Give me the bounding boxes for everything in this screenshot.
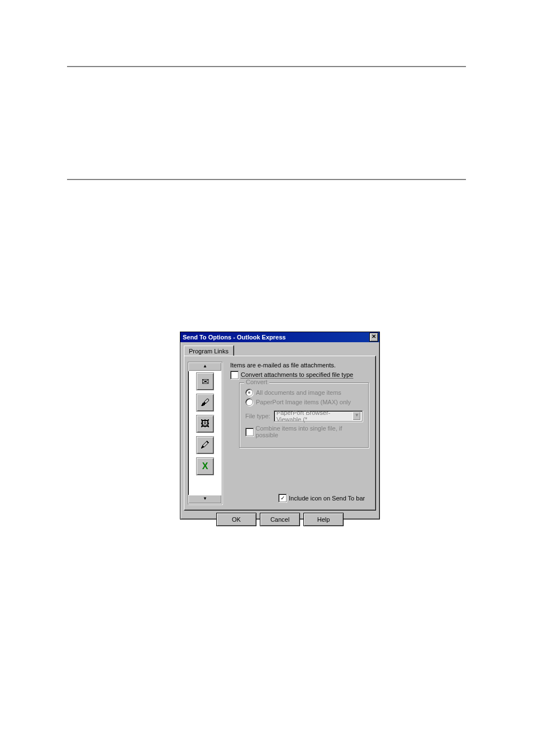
- dialog-buttons: OK Cancel Help: [180, 513, 379, 526]
- divider: [67, 179, 466, 180]
- checkbox-icon: [230, 371, 239, 379]
- chevron-down-icon: ▼: [353, 412, 361, 420]
- divider: [67, 66, 466, 67]
- paint-program-icon[interactable]: 🖌: [196, 394, 214, 412]
- convert-groupbox: Convert All documents and image items Pa…: [239, 382, 369, 448]
- checkbox-icon: [245, 428, 254, 436]
- info-text: Items are e-mailed as file attachments.: [230, 362, 369, 368]
- close-icon[interactable]: ✕: [369, 333, 378, 342]
- radio-icon: [245, 398, 253, 406]
- combine-label: Combine items into single file, if possi…: [256, 425, 363, 438]
- groupbox-title: Convert: [244, 379, 269, 385]
- combine-items-checkbox: Combine items into single file, if possi…: [245, 425, 363, 438]
- convert-attachments-checkbox[interactable]: Convert attachments to specified file ty…: [230, 371, 369, 379]
- ok-button[interactable]: OK: [216, 513, 256, 526]
- tab-strip: Program Links: [184, 346, 376, 356]
- outlook-express-icon[interactable]: ✉: [196, 372, 214, 390]
- radio-all-label: All documents and image items: [256, 389, 341, 396]
- tab-program-links[interactable]: Program Links: [184, 346, 234, 356]
- include-icon-label: Include icon on Send To bar: [289, 495, 365, 502]
- tab-panel: ▲ ✉ 🖌 🖼 🖍 X ▼ Items are e-mailed as file…: [184, 356, 376, 511]
- radio-max-only: PaperPort Image items (MAX) only: [245, 398, 363, 406]
- send-to-options-dialog: Send To Options - Outlook Express ✕ Prog…: [180, 332, 380, 519]
- file-type-combobox: PaperPort Browser-Viewable (* ▼: [274, 410, 363, 422]
- draw-tool-icon[interactable]: 🖍: [196, 436, 214, 454]
- scroll-up-icon[interactable]: ▲: [188, 362, 222, 371]
- dialog-title: Send To Options - Outlook Express: [183, 334, 285, 341]
- include-icon-checkbox[interactable]: Include icon on Send To bar: [278, 494, 365, 502]
- options-pane: Items are e-mailed as file attachments. …: [222, 356, 375, 510]
- excel-icon[interactable]: X: [196, 457, 214, 475]
- help-button[interactable]: Help: [303, 513, 344, 526]
- program-link-list: ▲ ✉ 🖌 🖼 🖍 X ▼: [188, 362, 222, 504]
- file-type-row: File type: PaperPort Browser-Viewable (*…: [245, 410, 363, 422]
- cancel-button[interactable]: Cancel: [260, 513, 300, 526]
- file-type-value: PaperPort Browser-Viewable (*: [277, 409, 353, 423]
- radio-max-label: PaperPort Image items (MAX) only: [256, 399, 351, 405]
- convert-attachments-label: Convert attachments to specified file ty…: [241, 371, 353, 379]
- tab-label: Program Links: [189, 348, 229, 355]
- checkbox-icon: [278, 494, 287, 502]
- titlebar: Send To Options - Outlook Express ✕: [180, 332, 379, 342]
- scroll-down-icon[interactable]: ▼: [188, 495, 222, 504]
- image-viewer-icon[interactable]: 🖼: [196, 415, 214, 433]
- radio-all-documents: All documents and image items: [245, 389, 363, 396]
- file-type-label: File type:: [245, 413, 270, 419]
- radio-icon: [245, 389, 253, 396]
